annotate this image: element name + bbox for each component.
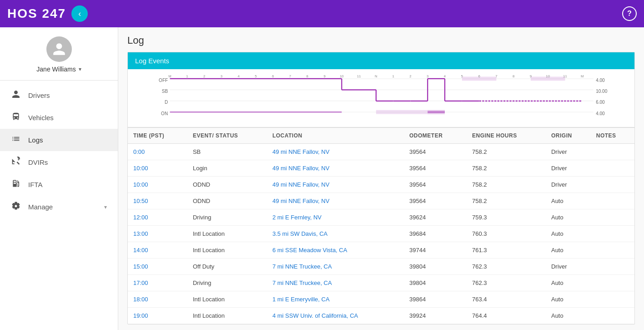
svg-rect-56 xyxy=(393,110,428,114)
cell-engine-hours: 762.3 xyxy=(467,259,546,275)
sidebar: Jane Williams ▾ Drivers Vehicles xyxy=(0,27,118,330)
cell-time[interactable]: 0:00 xyxy=(128,144,187,160)
cell-event: Login xyxy=(187,160,267,177)
cell-notes xyxy=(591,226,634,242)
cell-event: ODND xyxy=(187,177,267,193)
cell-engine-hours: 759.3 xyxy=(467,209,546,226)
sidebar-item-dvirs[interactable]: DVIRs xyxy=(0,151,118,173)
cell-location[interactable]: 49 mi NNE Fallov, NV xyxy=(267,160,404,177)
sidebar-item-logs[interactable]: Logs xyxy=(0,129,118,151)
cell-origin: Auto xyxy=(546,209,591,226)
cell-location[interactable]: 4 mi SSW Univ. of California, CA xyxy=(267,308,404,324)
cell-location[interactable]: 6 mi SSE Meadow Vista, CA xyxy=(267,242,404,259)
sidebar-item-ifta[interactable]: IFTA xyxy=(0,173,118,196)
cell-time[interactable]: 14:00 xyxy=(128,242,187,259)
sidebar-item-dvirs-label: DVIRs xyxy=(28,158,48,166)
cell-time[interactable]: 15:00 xyxy=(128,259,187,275)
cell-engine-hours: 761.3 xyxy=(467,242,546,259)
log-table-body: 0:00 SB 49 mi NNE Fallov, NV 39564 758.2… xyxy=(128,144,634,324)
sidebar-item-drivers-label: Drivers xyxy=(28,91,50,99)
chart-area: OFF SB D ON M 1 2 3 4 5 6 xyxy=(128,69,634,127)
sidebar-item-manage[interactable]: Manage ▾ xyxy=(0,196,118,218)
main-content: Log Log Events OFF SB D ON M xyxy=(118,27,644,330)
cell-notes xyxy=(591,193,634,209)
svg-text:8: 8 xyxy=(307,75,308,78)
cell-location[interactable]: 2 mi E Fernley, NV xyxy=(267,209,404,226)
cell-event: Driving xyxy=(187,275,267,291)
table-row: 10:00 ODND 49 mi NNE Fallov, NV 39564 75… xyxy=(128,177,634,193)
svg-text:11: 11 xyxy=(357,75,361,78)
svg-text:6: 6 xyxy=(272,75,274,78)
log-chart: OFF SB D ON M 1 2 3 4 5 6 xyxy=(135,75,627,120)
cell-location[interactable]: 3.5 mi SW Davis, CA xyxy=(267,226,404,242)
log-events-section: Log Events OFF SB D ON M 1 xyxy=(127,52,635,325)
profile-name-row[interactable]: Jane Williams ▾ xyxy=(36,66,81,73)
cell-origin: Auto xyxy=(546,291,591,308)
cell-location[interactable]: 7 mi NNE Truckee, CA xyxy=(267,259,404,275)
cell-event: SB xyxy=(187,144,267,160)
cell-odometer: 39864 xyxy=(404,291,467,308)
cell-location[interactable]: 49 mi NNE Fallov, NV xyxy=(267,193,404,209)
cell-notes xyxy=(591,209,634,226)
sidebar-item-ifta-label: IFTA xyxy=(28,181,42,188)
sidebar-item-drivers[interactable]: Drivers xyxy=(0,84,118,107)
help-button[interactable]: ? xyxy=(622,6,637,21)
cell-notes xyxy=(591,275,634,291)
table-row: 10:00 Login 49 mi NNE Fallov, NV 39564 7… xyxy=(128,160,634,177)
cell-time[interactable]: 12:00 xyxy=(128,209,187,226)
cell-event: Intl Location xyxy=(187,226,267,242)
sidebar-item-vehicles[interactable]: Vehicles xyxy=(0,107,118,129)
cell-engine-hours: 758.2 xyxy=(467,177,546,193)
cell-origin: Auto xyxy=(546,242,591,259)
table-row: 10:50 ODND 49 mi NNE Fallov, NV 39564 75… xyxy=(128,193,634,209)
cell-time[interactable]: 19:00 xyxy=(128,308,187,324)
svg-text:4: 4 xyxy=(238,75,240,78)
col-notes: NOTES xyxy=(591,128,634,144)
cell-time[interactable]: 17:00 xyxy=(128,275,187,291)
cell-notes xyxy=(591,160,634,177)
sidebar-item-vehicles-label: Vehicles xyxy=(28,114,54,122)
cell-time[interactable]: 13:00 xyxy=(128,226,187,242)
sidebar-nav: Drivers Vehicles Logs DVIRs xyxy=(0,81,118,222)
table-row: 17:00 Driving 7 mi NNE Truckee, CA 39804… xyxy=(128,275,634,291)
svg-text:10: 10 xyxy=(340,75,344,78)
table-row: 18:00 Intl Location 1 mi E Emeryville, C… xyxy=(128,291,634,308)
cell-origin: Driver xyxy=(546,144,591,160)
cell-notes xyxy=(591,259,634,275)
svg-rect-54 xyxy=(462,76,497,81)
svg-rect-57 xyxy=(376,110,393,114)
svg-text:4: 4 xyxy=(444,75,446,78)
col-location: LOCATION xyxy=(267,128,404,144)
back-icon: ‹ xyxy=(78,9,81,19)
cell-location[interactable]: 1 mi E Emeryville, CA xyxy=(267,291,404,308)
table-row: 12:00 Driving 2 mi E Fernley, NV 39624 7… xyxy=(128,209,634,226)
cell-location[interactable]: 7 mi NNE Truckee, CA xyxy=(267,275,404,291)
avatar xyxy=(46,36,72,62)
sidebar-item-logs-label: Logs xyxy=(28,136,43,144)
cell-location[interactable]: 49 mi NNE Fallov, NV xyxy=(267,177,404,193)
page-title: Log xyxy=(127,35,635,46)
svg-text:3: 3 xyxy=(221,75,222,78)
col-origin: ORIGIN xyxy=(546,128,591,144)
svg-text:2: 2 xyxy=(409,75,411,78)
svg-text:ON: ON xyxy=(161,111,168,116)
cell-odometer: 39624 xyxy=(404,209,467,226)
cell-event: Off Duty xyxy=(187,259,267,275)
cell-odometer: 39564 xyxy=(404,160,467,177)
col-engine-hours: ENGINE HOURS xyxy=(467,128,546,144)
table-header-row: TIME (PST) EVENT/ STATUS LOCATION ODOMET… xyxy=(128,128,634,144)
svg-text:N: N xyxy=(375,75,377,78)
cell-location[interactable]: 49 mi NNE Fallov, NV xyxy=(267,144,404,160)
svg-text:8: 8 xyxy=(513,75,514,78)
cell-notes xyxy=(591,177,634,193)
cell-time[interactable]: 10:00 xyxy=(128,160,187,177)
cell-time[interactable]: 18:00 xyxy=(128,291,187,308)
cell-time[interactable]: 10:00 xyxy=(128,177,187,193)
cell-time[interactable]: 10:50 xyxy=(128,193,187,209)
back-button[interactable]: ‹ xyxy=(71,5,88,22)
cell-odometer: 39564 xyxy=(404,144,467,160)
sidebar-item-manage-label: Manage xyxy=(28,203,53,211)
cell-origin: Driver xyxy=(546,259,591,275)
svg-text:OFF: OFF xyxy=(159,78,168,83)
cell-odometer: 39564 xyxy=(404,177,467,193)
